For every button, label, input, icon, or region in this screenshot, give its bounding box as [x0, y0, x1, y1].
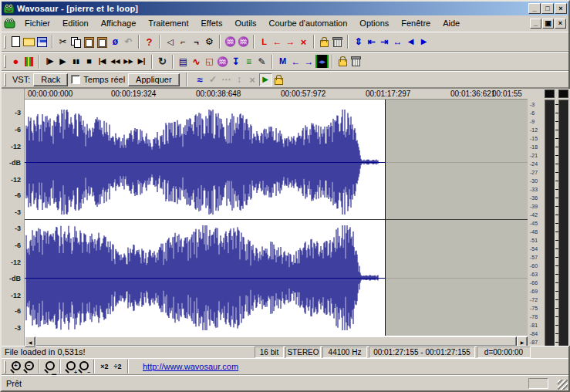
playlist-icon[interactable]: ≡ — [242, 55, 255, 68]
save-file-icon[interactable] — [35, 35, 49, 49]
record-icon[interactable]: ● — [9, 55, 22, 68]
samplerate-field: 44100 Hz — [322, 346, 367, 358]
envelope-icon[interactable]: ≈ — [194, 73, 207, 86]
menu-traitement[interactable]: Traitement — [142, 17, 194, 29]
zoom-half-icon[interactable]: ÷2 — [111, 360, 124, 373]
paste-insert-icon[interactable] — [96, 35, 109, 49]
loop-l-icon[interactable]: L — [258, 35, 271, 49]
open-file-icon[interactable] — [22, 35, 35, 49]
menu-edition[interactable]: Edition — [56, 17, 95, 29]
new-file-icon[interactable] — [9, 35, 22, 49]
pencil-edit-icon[interactable]: ✎ — [255, 55, 268, 68]
vst-lock-icon[interactable] — [272, 73, 285, 86]
zoom-out-icon[interactable]: − — [22, 360, 35, 373]
envelope-points-icon[interactable]: ⋯ — [220, 73, 233, 86]
menu-courbe-d-automation[interactable]: Courbe d'automation — [263, 17, 354, 29]
zoom-vertical-wave-icon[interactable]: ⇕ — [352, 35, 365, 49]
menu-fen-tre[interactable]: Fenêtre — [395, 17, 437, 29]
mdi-restore-button[interactable]: ▣ — [542, 19, 554, 29]
insert-silence-icon[interactable]: ↧ — [229, 55, 242, 68]
zoom-in-icon[interactable]: + — [9, 360, 22, 373]
trim-left-icon[interactable]: ⇤ — [365, 35, 378, 49]
automation-show-icon[interactable]: ⌐ — [177, 35, 190, 49]
automation-edit-icon[interactable]: ¬ — [190, 35, 203, 49]
menu-outils[interactable]: Outils — [228, 17, 262, 29]
vst-apply-button[interactable]: Appliquer — [128, 73, 179, 86]
realtime-checkbox[interactable] — [71, 75, 80, 84]
menu-fichier[interactable]: Fichier — [19, 17, 56, 29]
play-icon[interactable]: ▶ — [56, 55, 69, 68]
paste-icon[interactable] — [83, 35, 96, 49]
copy-icon[interactable] — [69, 35, 83, 49]
toolbar-grip[interactable] — [4, 55, 6, 68]
zoom-icons: +−▂+−×2÷2 — [2, 360, 124, 373]
go-end-icon[interactable]: ▶| — [135, 55, 148, 68]
menu-options[interactable]: Options — [353, 17, 395, 29]
toolbar-grip[interactable] — [4, 35, 6, 49]
marker-next-icon[interactable]: → — [302, 55, 315, 68]
marker-icon[interactable]: M — [276, 55, 289, 68]
zoom-in-vertical-icon[interactable]: + — [64, 360, 77, 373]
marker-prev-icon[interactable]: ← — [289, 55, 302, 68]
zoom-selection-icon[interactable]: ▂ — [43, 360, 56, 373]
play-sound-icon[interactable]: ◁ — [164, 35, 177, 49]
resize-grip[interactable] — [558, 380, 568, 390]
forward-icon[interactable]: ▶▶ — [122, 55, 135, 68]
rewind-icon[interactable]: ◀◀ — [109, 55, 122, 68]
trash2-icon[interactable] — [349, 55, 363, 68]
preview-play-icon[interactable]: ▶ — [259, 73, 272, 86]
file-info-icon[interactable]: ▤ — [177, 55, 190, 68]
time-label: 00:00:00:000 — [28, 90, 73, 98]
go-start-icon[interactable]: |◀ — [96, 55, 109, 68]
stop-icon[interactable]: ■ — [83, 55, 96, 68]
options-wrench-icon[interactable]: ⚙ — [203, 35, 216, 49]
mdi-minimize-button[interactable]: _ — [530, 19, 541, 29]
menu-affichage[interactable]: Affichage — [95, 17, 143, 29]
envelope-delete-icon[interactable]: × — [246, 73, 259, 86]
wave-markers-icon[interactable]: ♒ — [224, 35, 237, 49]
waveform-display[interactable] — [25, 100, 528, 336]
help-icon[interactable]: ? — [143, 35, 156, 49]
wavosaur-link[interactable]: http://www.wavosaur.com — [143, 362, 238, 371]
close-button[interactable]: × — [555, 3, 567, 14]
zoom-x2-icon[interactable]: ×2 — [98, 360, 111, 373]
fit-width-icon[interactable]: ↔ — [391, 35, 404, 49]
trim-right-icon[interactable]: ⇥ — [378, 35, 391, 49]
next-view-icon[interactable]: ▶ — [417, 35, 430, 49]
toolbar-zoom: +−▂+−×2÷2 http://www.wavosaur.com — [2, 358, 568, 375]
region-block-icon[interactable]: ◀▶ — [315, 55, 329, 68]
time-ruler[interactable]: 00:00:00:00000:00:19:32400:00:38:64800:0… — [25, 89, 528, 100]
horizontal-scrollbar[interactable]: ◀ ▶ — [25, 336, 528, 346]
pause-icon[interactable]: ▮▮ — [69, 55, 83, 68]
toolbar-grip[interactable] — [4, 73, 6, 86]
lock2-icon[interactable] — [336, 55, 349, 68]
undo-icon[interactable]: ↶ — [122, 35, 135, 49]
envelope-scale-icon[interactable]: ↕ — [233, 73, 246, 86]
prev-view-icon[interactable]: ◀ — [404, 35, 417, 49]
waveform-svg[interactable] — [25, 100, 528, 336]
vst-rack-button[interactable]: Rack — [33, 73, 68, 86]
minimize-button[interactable]: _ — [528, 3, 541, 14]
level-monitor-icon[interactable] — [22, 55, 35, 68]
loop-end-icon[interactable]: → — [284, 35, 297, 49]
play-from-start-icon[interactable]: |▶ — [43, 55, 56, 68]
loop-start-icon[interactable]: ← — [271, 35, 284, 49]
maximize-button[interactable]: □ — [541, 3, 554, 14]
lock-icon[interactable] — [318, 35, 331, 49]
loop-playback-icon[interactable]: ↻ — [156, 55, 169, 68]
crossfade-loop-icon[interactable]: ø — [109, 35, 122, 49]
meter-number: -39 — [530, 204, 538, 209]
zoom-out-vertical-icon[interactable]: − — [77, 360, 90, 373]
duplicate-icon[interactable]: ◱ — [203, 55, 216, 68]
menu-effets[interactable]: Effets — [195, 17, 229, 29]
loop-delete-icon[interactable]: × — [297, 35, 310, 49]
mdi-close-button[interactable]: × — [555, 19, 566, 29]
envelope-apply-icon[interactable]: ✓ — [207, 73, 220, 86]
statistics-icon[interactable]: ∿ — [190, 55, 203, 68]
cut-icon[interactable]: ✂ — [56, 35, 69, 49]
menu-aide[interactable]: Aide — [437, 17, 466, 29]
resample-wave-icon[interactable]: ♒ — [216, 55, 229, 68]
wave-selection-icon[interactable]: ♒ — [237, 35, 250, 49]
trash-icon[interactable] — [331, 35, 344, 49]
toolbar-grip[interactable] — [4, 360, 6, 373]
